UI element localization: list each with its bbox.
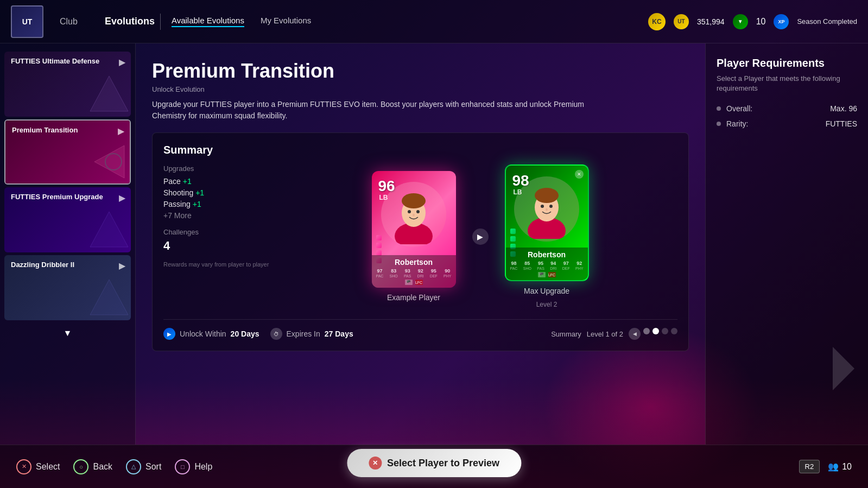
summary-footer: ▶ Unlock Within 20 Days ⏱ Expires In 27 … bbox=[163, 319, 677, 340]
stat-pac: 97 PAC bbox=[376, 268, 384, 278]
nav-right: KC UT 351,994 ▼ 10 XP Season Completed bbox=[648, 13, 857, 30]
max-stat-pac-val: 98 bbox=[511, 261, 516, 266]
sidebar-item-premium-transition[interactable]: Premium Transition ▶ bbox=[4, 119, 131, 185]
stat-phy-key: PHY bbox=[443, 274, 451, 278]
cards-area: 96 LB bbox=[283, 164, 677, 308]
challenges-count: 4 bbox=[163, 239, 272, 253]
nav-club[interactable]: Club bbox=[54, 14, 83, 29]
req-overall-label: Overall: bbox=[726, 104, 752, 113]
svg-marker-17 bbox=[833, 347, 854, 390]
help-label: Help bbox=[194, 462, 212, 472]
max-stat-sho: 85 SHO bbox=[523, 261, 531, 270]
svg-point-15 bbox=[549, 205, 553, 208]
req-rarity-value: FUTTIES bbox=[826, 119, 857, 128]
sidebar-scroll-down[interactable]: ▼ bbox=[0, 323, 135, 344]
flag-club: LFC bbox=[415, 280, 423, 285]
bottom-bar: ✕ Select ○ Back △ Sort □ Help ✕ Select P… bbox=[0, 445, 868, 488]
right-panel: Player Requirements Select a Player that… bbox=[705, 43, 868, 445]
ctrl-help[interactable]: □ Help bbox=[175, 459, 212, 474]
svg-point-8 bbox=[408, 210, 411, 213]
top-navigation: UT Club Evolutions Available Evolutions … bbox=[0, 0, 868, 43]
preview-btn-label: Select Player to Preview bbox=[387, 458, 499, 469]
select-button-icon: ✕ bbox=[16, 459, 31, 474]
example-player-label: Example Player bbox=[387, 293, 440, 302]
rewards-note: Rewards may vary from player to player bbox=[163, 261, 272, 268]
svg-point-13 bbox=[535, 188, 559, 203]
sidebar-item-dazzling-dribbler[interactable]: Dazzling Dribbler II ▶ bbox=[4, 255, 131, 320]
nav-available-evolutions[interactable]: Available Evolutions bbox=[172, 16, 244, 27]
stat-def-key: DEF bbox=[430, 274, 438, 278]
example-name: Robertson bbox=[376, 258, 452, 267]
challenges-label: Challenges bbox=[163, 228, 272, 236]
max-stat-pas: 95 PAS bbox=[537, 261, 544, 270]
pace-plus: +1 bbox=[183, 177, 192, 186]
svg-point-9 bbox=[416, 210, 420, 213]
preview-button-wrapper: ✕ Select Player to Preview bbox=[347, 449, 521, 477]
max-card-flags: 🏴 LFC bbox=[510, 272, 584, 277]
ut-logo[interactable]: UT bbox=[11, 5, 43, 38]
stat-sho-key: SHO bbox=[390, 274, 398, 278]
nav-divider bbox=[160, 14, 161, 30]
gem2 bbox=[376, 243, 382, 248]
stat-pac-key: PAC bbox=[376, 274, 384, 278]
max-card-bottom: Robertson 98 PAC 85 SHO bbox=[506, 248, 588, 280]
max-stat-phy-key: PHY bbox=[575, 267, 583, 270]
max-stat-pac: 98 PAC bbox=[510, 261, 518, 270]
max-stat-def-val: 97 bbox=[563, 261, 569, 266]
req-rarity-label: Rarity: bbox=[726, 119, 748, 128]
sidebar-arrow-icon-4: ▶ bbox=[119, 261, 125, 271]
svg-point-14 bbox=[541, 205, 544, 208]
max-stat-dri: 94 DRI bbox=[550, 261, 556, 270]
svg-marker-0 bbox=[90, 76, 128, 111]
preview-x-icon: ✕ bbox=[369, 457, 382, 470]
sidebar-item-label-4: Dazzling Dribbler II bbox=[11, 261, 74, 270]
gem-g2 bbox=[510, 236, 516, 242]
nav-my-evolutions[interactable]: My Evolutions bbox=[261, 16, 311, 27]
req-overall-value: Max. 96 bbox=[830, 104, 857, 113]
deco-arrow-svg bbox=[830, 347, 857, 390]
back-label: Back bbox=[93, 462, 112, 472]
req-rarity: Rarity: FUTTIES bbox=[717, 119, 857, 128]
svg-point-7 bbox=[402, 193, 426, 208]
nav-evolutions[interactable]: Evolutions bbox=[99, 13, 160, 30]
stat-phy-val: 90 bbox=[445, 268, 450, 274]
stat-pas-key: PAS bbox=[404, 274, 411, 278]
req-dot-overall bbox=[717, 106, 721, 111]
stat-pas-val: 93 bbox=[405, 268, 410, 274]
max-stat-sho-key: SHO bbox=[523, 267, 531, 270]
example-player-wrapper: 96 LB bbox=[372, 171, 456, 302]
example-stats: 97 PAC 83 SHO 93 PAS bbox=[376, 268, 452, 278]
upgrades-label: Upgrades bbox=[163, 164, 272, 173]
bottom-controls: ✕ Select ○ Back △ Sort □ Help bbox=[16, 459, 212, 474]
ctrl-sort[interactable]: △ Sort bbox=[126, 459, 161, 474]
currency-amount: 351,994 bbox=[697, 17, 725, 26]
gem1 bbox=[376, 235, 382, 240]
stat-dri: 92 DRI bbox=[417, 268, 424, 278]
req-rarity-left: Rarity: bbox=[717, 119, 748, 128]
stat-dri-val: 92 bbox=[418, 268, 423, 274]
sidebar: FUTTIES Ultimate Defense ▶ Premium Trans… bbox=[0, 43, 136, 445]
gem-g1 bbox=[510, 229, 516, 234]
player-face-svg bbox=[387, 185, 441, 244]
max-stats: 98 PAC 85 SHO 95 PAS bbox=[510, 261, 584, 270]
upgrade-passing: Passing +1 bbox=[163, 200, 272, 208]
shooting-plus: +1 bbox=[195, 188, 204, 197]
expires-in-value: 27 Days bbox=[325, 329, 353, 338]
sidebar-decoration bbox=[87, 73, 131, 117]
summary-main: Upgrades Pace +1 Shooting +1 Passing +1 … bbox=[163, 164, 677, 308]
ctrl-select[interactable]: ✕ Select bbox=[16, 459, 60, 474]
select-player-preview-button[interactable]: ✕ Select Player to Preview bbox=[347, 449, 521, 477]
max-flag-scotland: 🏴 bbox=[538, 272, 546, 277]
sidebar-decoration-2 bbox=[86, 140, 130, 183]
ctrl-back[interactable]: ○ Back bbox=[73, 459, 112, 474]
sidebar-item-futties-ultimate-defense[interactable]: FUTTIES Ultimate Defense ▶ bbox=[4, 52, 131, 117]
sidebar-arrow-icon-3: ▶ bbox=[119, 193, 125, 203]
level-prev-btn[interactable]: ◀ bbox=[629, 328, 641, 340]
sidebar-item-futties-premium-upgrade[interactable]: FUTTIES Premium Upgrade ▶ bbox=[4, 187, 131, 252]
max-name: Robertson bbox=[510, 250, 584, 259]
card-close-icon: ✕ bbox=[575, 170, 584, 179]
players-icon: 👥 bbox=[828, 461, 839, 472]
svg-marker-4 bbox=[90, 280, 128, 315]
footer-left: ▶ Unlock Within 20 Days ⏱ Expires In 27 … bbox=[163, 328, 353, 340]
card-flags: 🏴 LFC bbox=[376, 280, 452, 285]
